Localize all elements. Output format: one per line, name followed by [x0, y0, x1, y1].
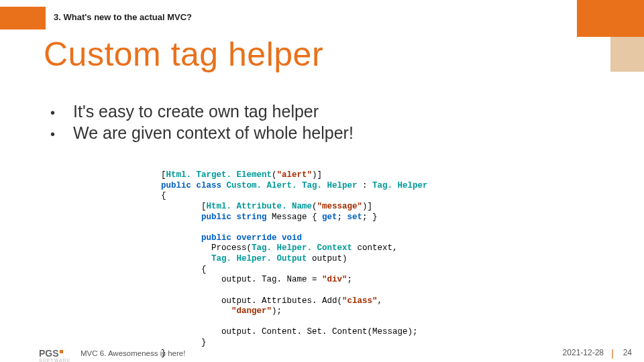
code: [ — [161, 202, 207, 211]
code: public string — [161, 213, 272, 222]
code: set — [347, 213, 363, 222]
slide: 3. What's new to the actual MVC? Custom … — [0, 0, 644, 362]
bullet-item: • It's easy to create own tag helper — [50, 102, 354, 121]
code: ( — [312, 202, 317, 211]
code: output. Content. Set. Content(Message); — [161, 327, 418, 337]
code: Process( — [161, 243, 252, 253]
code: )] — [312, 170, 322, 180]
code: { — [161, 265, 207, 274]
page-title: Custom tag helper — [44, 35, 323, 74]
bullet-dot-icon: • — [50, 105, 73, 121]
code: Html. Target. Element — [166, 170, 272, 180]
code: "message" — [317, 202, 363, 211]
code: "alert" — [277, 170, 313, 180]
code: [ — [161, 170, 166, 180]
logo: PGS — [39, 349, 63, 358]
code: "danger" — [231, 306, 272, 316]
code: Html. Attribute. Name — [207, 202, 313, 211]
code: public class — [161, 181, 227, 190]
code: ; } — [362, 213, 378, 222]
code: Tag. Helper. Output — [211, 254, 307, 263]
code: : — [358, 181, 373, 190]
code: get — [322, 213, 337, 222]
code: output. Attributes. Add( — [161, 296, 342, 306]
code: "class" — [342, 296, 378, 306]
footer-caption: MVC 6. Awesomeness is here! — [80, 349, 185, 357]
code: ; — [337, 213, 347, 222]
accent-box-top-right — [577, 0, 644, 37]
code: context, — [352, 243, 398, 253]
code: output. Tag. Name = — [161, 275, 322, 284]
code: Tag. Helper — [372, 181, 428, 190]
page-number: 24 — [623, 348, 632, 357]
logo-text: PGS — [39, 349, 59, 358]
accent-box-bottom-right — [610, 37, 644, 72]
section-label: 3. What's new to the actual MVC? — [54, 12, 192, 22]
code: "div" — [322, 275, 347, 284]
code: output) — [307, 254, 347, 263]
code: Message { — [272, 213, 322, 222]
bullet-list: • It's easy to create own tag helper • W… — [50, 102, 354, 145]
code: ; — [347, 275, 353, 284]
logo-subtext: SOFTWARE — [39, 358, 70, 362]
code: , — [378, 296, 383, 306]
code — [161, 306, 231, 316]
footer-date: 2021-12-28 — [563, 348, 604, 357]
code: { — [161, 191, 166, 200]
bullet-item: • We are given context of whole helper! — [50, 123, 354, 143]
code: ( — [272, 170, 277, 180]
code: public override void — [161, 233, 302, 243]
code: )] — [362, 202, 372, 211]
footer-divider-icon: | — [611, 347, 614, 359]
logo-square-icon — [60, 350, 63, 353]
code-block: [Html. Target. Element("alert")] public … — [161, 170, 429, 359]
bullet-text: It's easy to create own tag helper — [73, 102, 319, 121]
code: } — [161, 338, 207, 347]
code — [161, 254, 211, 263]
code: ); — [272, 306, 282, 316]
bullet-dot-icon: • — [50, 127, 73, 142]
bullet-text: We are given context of whole helper! — [73, 123, 354, 143]
code: Tag. Helper. Context — [252, 243, 352, 253]
accent-bar-left — [0, 7, 46, 29]
code: Custom. Alert. Tag. Helper — [227, 181, 358, 190]
